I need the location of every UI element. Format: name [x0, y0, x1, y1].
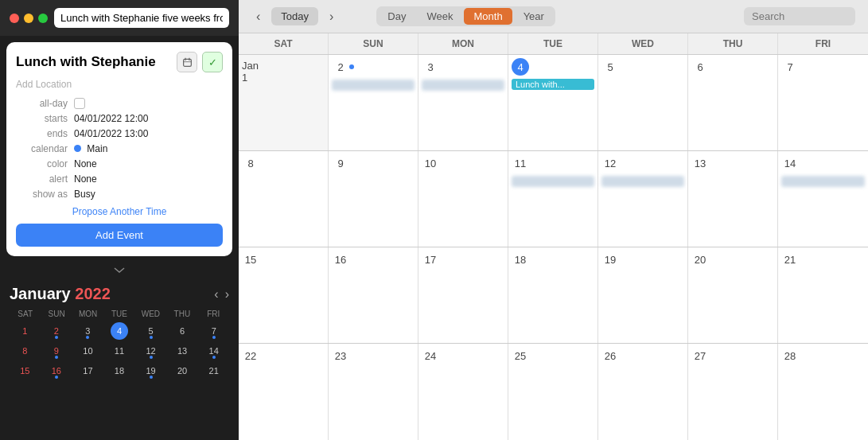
mini-day[interactable]: 13: [173, 342, 191, 360]
table-row[interactable]: 11: [508, 151, 598, 247]
cal-date: 15: [242, 251, 259, 268]
mini-day[interactable]: 19: [142, 362, 160, 380]
calendar-value[interactable]: Main: [74, 143, 107, 154]
day-view-button[interactable]: Day: [378, 8, 415, 25]
prev-button[interactable]: ‹: [251, 8, 265, 25]
confirm-icon-btn[interactable]: ✓: [202, 52, 223, 72]
mini-day[interactable]: 14: [205, 342, 223, 360]
table-row[interactable]: 17: [418, 247, 508, 343]
mini-day[interactable]: 21: [205, 362, 223, 380]
mini-day[interactable]: 1: [16, 322, 33, 340]
mini-day[interactable]: 2: [48, 322, 65, 340]
cal-date: 17: [422, 251, 439, 268]
minimize-button[interactable]: [24, 14, 33, 23]
mini-day[interactable]: 16: [48, 362, 65, 380]
table-row[interactable]: 20: [688, 247, 778, 343]
year-view-button[interactable]: Year: [514, 8, 554, 25]
table-row[interactable]: 24: [418, 344, 508, 440]
calendar-dot-icon: [74, 145, 81, 152]
table-row[interactable]: 26: [598, 344, 688, 440]
table-row[interactable]: 12: [598, 151, 688, 247]
table-row[interactable]: 2: [329, 55, 418, 150]
view-switcher: Day Week Month Year: [376, 6, 555, 26]
mini-day[interactable]: 8: [16, 342, 33, 360]
table-row[interactable]: 9: [329, 151, 418, 247]
calendar-icon-btn[interactable]: [177, 52, 197, 72]
mini-day[interactable]: 11: [111, 342, 128, 360]
table-row[interactable]: 8: [239, 151, 329, 247]
maximize-button[interactable]: [38, 14, 48, 23]
add-event-button[interactable]: Add Event: [16, 224, 223, 247]
table-row[interactable]: 6: [688, 55, 778, 150]
mini-day-header-thu: THU: [166, 310, 197, 318]
next-button[interactable]: ›: [325, 8, 338, 25]
starts-value[interactable]: 04/01/2022 12:00: [74, 113, 148, 124]
mini-day[interactable]: 7: [205, 322, 223, 340]
table-row[interactable]: 16: [329, 247, 418, 343]
close-button[interactable]: [10, 14, 19, 23]
event-form-title: Lunch with Stephanie: [16, 54, 156, 70]
cal-date: 14: [781, 154, 799, 172]
cal-row: 22232425262728: [239, 344, 868, 440]
blurred-event: [422, 80, 504, 91]
mini-day[interactable]: 20: [173, 362, 191, 380]
blurred-event: [332, 80, 415, 91]
color-value[interactable]: None: [74, 158, 97, 169]
table-row[interactable]: 7: [778, 55, 868, 150]
ends-value[interactable]: 04/01/2022 13:00: [74, 128, 148, 139]
cal-date: 23: [332, 347, 349, 364]
mini-day[interactable]: 17: [79, 362, 96, 380]
cal-date: 5: [601, 58, 619, 76]
mini-cal-next[interactable]: ›: [225, 287, 229, 302]
cal-date: 19: [601, 251, 619, 268]
search-input[interactable]: [744, 7, 855, 25]
all-day-checkbox[interactable]: [74, 98, 85, 109]
alert-value[interactable]: None: [74, 173, 97, 185]
mini-cal-prev[interactable]: ‹: [214, 287, 218, 302]
cal-date: 9: [332, 154, 349, 172]
week-view-button[interactable]: Week: [417, 8, 462, 25]
table-row[interactable]: 18: [508, 247, 598, 343]
table-row[interactable]: 13: [688, 151, 778, 247]
table-row[interactable]: 3: [418, 55, 508, 150]
table-row[interactable]: 28: [778, 344, 868, 440]
table-row[interactable]: 25: [508, 344, 598, 440]
table-row[interactable]: 5: [598, 55, 688, 150]
event-input[interactable]: [54, 8, 229, 28]
collapse-button[interactable]: [0, 263, 239, 277]
col-header-thu: THU: [688, 33, 778, 54]
table-row[interactable]: 21: [778, 247, 868, 343]
cal-date: 8: [242, 154, 259, 172]
mini-day[interactable]: 12: [142, 342, 160, 360]
cal-date: 11: [512, 154, 529, 172]
propose-link[interactable]: Propose Another Time: [16, 206, 223, 217]
add-location-label[interactable]: Add Location: [16, 79, 223, 90]
table-row[interactable]: 4Lunch with...: [508, 55, 598, 150]
table-row[interactable]: 19: [598, 247, 688, 343]
col-header-mon: MON: [418, 33, 508, 54]
mini-day[interactable]: 6: [173, 322, 191, 340]
table-row[interactable]: 10: [418, 151, 508, 247]
color-row: color None: [16, 158, 223, 169]
event-pill[interactable]: Lunch with...: [512, 79, 594, 90]
table-row[interactable]: 15: [239, 247, 329, 343]
mini-day[interactable]: 4: [111, 322, 128, 340]
mini-day[interactable]: 15: [16, 362, 33, 380]
table-row[interactable]: 22: [239, 344, 329, 440]
table-row[interactable]: 23: [329, 344, 418, 440]
mini-calendar: January 2022 ‹ › SAT SUN MON TUE WED THU…: [0, 277, 239, 440]
mini-day[interactable]: 5: [142, 322, 160, 340]
month-view-button[interactable]: Month: [464, 8, 512, 25]
show-as-label: show as: [16, 189, 68, 200]
table-row[interactable]: Jan 1: [239, 55, 329, 150]
table-row[interactable]: 27: [688, 344, 778, 440]
today-button[interactable]: Today: [271, 7, 318, 25]
mini-day[interactable]: 3: [79, 322, 96, 340]
cal-date: 26: [601, 347, 619, 364]
mini-day[interactable]: 10: [79, 342, 96, 360]
mini-day[interactable]: 18: [111, 362, 128, 380]
table-row[interactable]: 14: [778, 151, 868, 247]
event-form-icons: ✓: [177, 52, 223, 72]
mini-day[interactable]: 9: [48, 342, 65, 360]
show-as-value[interactable]: Busy: [74, 189, 95, 200]
